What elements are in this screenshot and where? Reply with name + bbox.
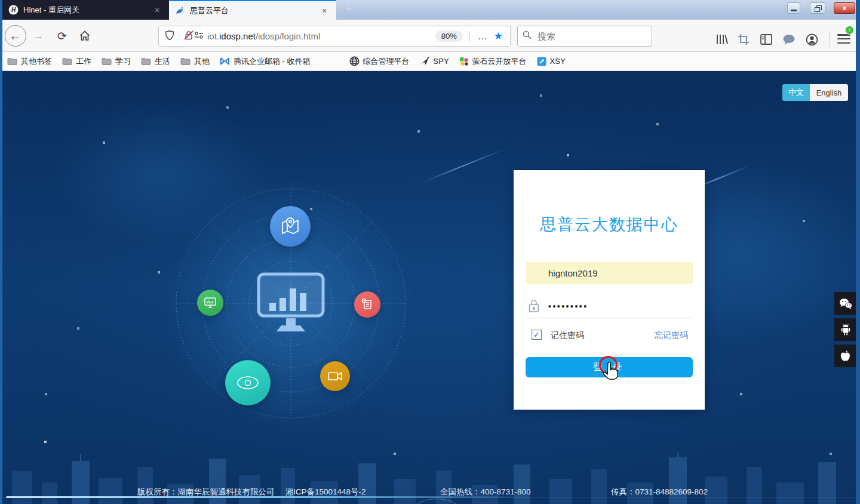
footer-highlight-line	[6, 496, 530, 498]
video-camera-icon	[327, 370, 343, 382]
android-app-button[interactable]	[834, 318, 857, 341]
permissions-icon[interactable]	[194, 31, 204, 42]
wechat-button[interactable]	[834, 292, 857, 315]
tracking-shield-icon[interactable]	[165, 30, 174, 43]
insecure-lock-icon[interactable]	[183, 30, 194, 43]
language-toggle: 中文 English	[782, 84, 848, 101]
app-download-rail	[834, 292, 857, 371]
sipu-favicon-icon	[175, 5, 185, 16]
divider	[179, 30, 179, 42]
login-title: 思普云大数据中心	[514, 214, 705, 235]
ios-app-button[interactable]	[834, 345, 857, 367]
window-border	[856, 0, 860, 504]
bookmark-management-platform[interactable]: 综合管理平台	[349, 56, 410, 67]
reload-button[interactable]: ⟳	[55, 28, 69, 44]
sidebar-icon[interactable]	[759, 33, 773, 46]
url-text[interactable]: iot.idosp.net/idosp/login.html	[207, 31, 433, 41]
bookmark-folder-life[interactable]: 生活	[141, 56, 170, 67]
bookmark-folder-work[interactable]: 工作	[62, 56, 91, 67]
password-field[interactable]: •••••••••	[526, 294, 693, 318]
terminal-node	[197, 290, 223, 316]
library-icon[interactable]	[714, 33, 729, 46]
search-icon	[523, 30, 532, 42]
bookmark-folder-misc[interactable]: 其他	[180, 56, 210, 67]
tab-bar: H Hinet - 重启网关 × 思普云平台 × + ×	[0, 0, 860, 20]
tab-title: 思普云平台	[190, 5, 318, 16]
forgot-password-link[interactable]: 忘记密码	[655, 329, 688, 341]
monitor-icon	[204, 297, 217, 309]
dart-icon	[420, 57, 430, 66]
forward-button[interactable]: →	[31, 29, 45, 42]
remember-checkbox[interactable]: ✓	[532, 330, 542, 340]
globe-icon	[349, 56, 360, 66]
restore-icon	[815, 5, 821, 11]
bookmark-ezviz-platform[interactable]: 萤石云开放平台	[459, 56, 527, 67]
light-streak	[421, 149, 505, 183]
minimize-button[interactable]	[787, 2, 800, 14]
titlebar: + ×	[336, 0, 856, 20]
login-page: 中文 English 思普云大数据中心 ••••••••• ✓ 记住密码 忘记密…	[0, 71, 860, 504]
eye-icon	[236, 375, 260, 391]
close-window-button[interactable]: ×	[834, 2, 855, 14]
zoom-level-badge[interactable]: 80%	[435, 30, 463, 42]
folder-icon	[141, 57, 151, 66]
ezviz-icon	[459, 57, 469, 66]
back-button[interactable]: ←	[5, 25, 26, 47]
username-input[interactable]	[526, 262, 693, 284]
chat-bubble-icon[interactable]	[782, 33, 796, 46]
menu-button[interactable]	[837, 34, 850, 44]
hand-cursor-icon	[602, 362, 619, 382]
bookmark-tencent-mail[interactable]: 腾讯企业邮箱 - 收件箱	[220, 56, 311, 67]
tencent-mail-icon	[220, 57, 230, 66]
bookmark-spy[interactable]: SPY	[420, 57, 449, 66]
screenshot-crop-icon[interactable]	[736, 33, 751, 46]
close-tab-icon[interactable]: ×	[318, 6, 330, 16]
tab-title: Hinet - 重启网关	[23, 5, 151, 16]
bookmark-star-icon[interactable]: ★	[492, 30, 505, 42]
remember-row: ✓ 记住密码 忘记密码	[514, 329, 705, 341]
restore-button[interactable]	[810, 2, 825, 14]
account-icon[interactable]	[804, 33, 819, 46]
document-icon	[361, 298, 373, 311]
tab-hinet[interactable]: H Hinet - 重启网关 ×	[2, 0, 169, 20]
browser-window: H Hinet - 重启网关 × 思普云平台 × + × ← → ⟳	[0, 0, 860, 504]
remember-label[interactable]: 记住密码	[551, 329, 584, 341]
lang-chinese-button[interactable]: 中文	[782, 84, 810, 101]
svg-text:H: H	[11, 7, 16, 13]
password-dots: •••••••••	[548, 294, 588, 318]
footer-fax: 传真：0731-84882609-802	[611, 487, 708, 497]
divider	[829, 32, 830, 47]
window-border	[0, 0, 2, 504]
footer-icp: 湘ICP备15001448号-2	[285, 487, 366, 496]
new-tab-button[interactable]: +	[345, 1, 352, 16]
video-node	[320, 361, 350, 391]
search-input[interactable]	[536, 30, 658, 42]
lock-icon	[528, 299, 540, 316]
divider	[469, 30, 470, 42]
home-button[interactable]	[78, 29, 92, 42]
folder-icon	[180, 57, 191, 66]
folder-icon	[62, 57, 72, 66]
map-node	[270, 206, 311, 247]
bookmark-folder-study[interactable]: 学习	[102, 56, 131, 67]
android-icon	[840, 323, 852, 336]
tab-sipu-active[interactable]: 思普云平台 ×	[169, 0, 336, 20]
url-bar[interactable]: iot.idosp.net/idosp/login.html 80% … ★	[158, 26, 511, 47]
update-badge[interactable]: ↑	[845, 26, 854, 35]
lang-english-button[interactable]: English	[810, 84, 848, 101]
folder-icon	[7, 57, 17, 66]
dashboard-monitor-icon	[255, 272, 327, 335]
xsy-arrow-icon	[537, 57, 546, 66]
hinet-favicon-icon: H	[8, 5, 19, 15]
bookmark-folder-other-bookmarks[interactable]: 其他书签	[7, 56, 52, 67]
wechat-icon	[839, 298, 852, 309]
page-actions-button[interactable]: …	[474, 31, 492, 42]
report-node	[354, 291, 380, 318]
navigation-toolbar: ← → ⟳ iot.idosp.net/idosp/login.html 80%…	[0, 20, 860, 52]
monitoring-node	[225, 360, 271, 405]
close-tab-icon[interactable]: ×	[151, 5, 163, 15]
minimize-icon	[791, 10, 797, 11]
bookmark-xsy[interactable]: XSY	[537, 57, 566, 66]
apple-icon	[840, 349, 852, 362]
search-bar[interactable]	[517, 26, 652, 47]
